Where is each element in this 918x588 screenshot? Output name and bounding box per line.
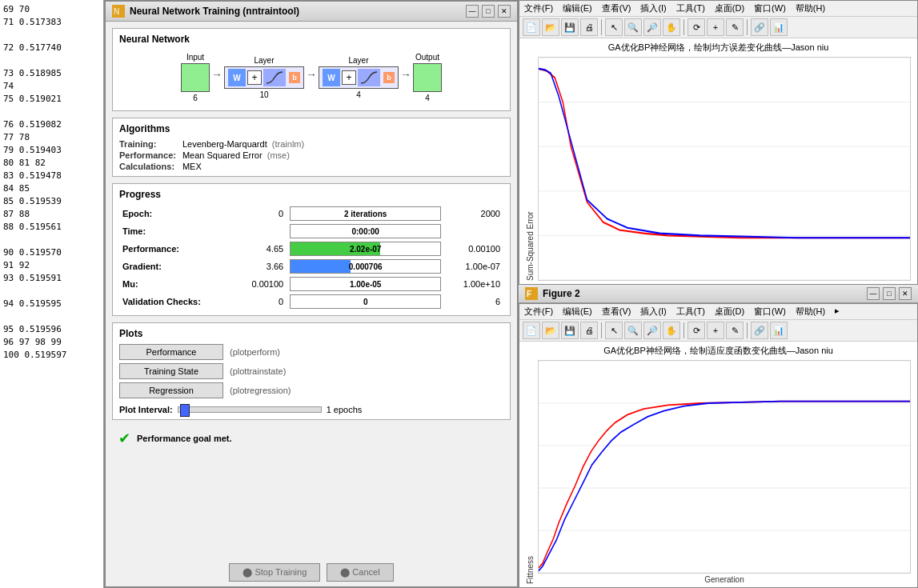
fig2-menu-view[interactable]: 查看(V) [602,306,631,318]
arrow1: → [211,68,222,87]
tb2-print[interactable]: 🖨 [580,322,598,339]
fig1-menu-tools[interactable]: 工具(T) [676,2,705,14]
cmd-line: 94 0.519595 [3,298,100,310]
cmd-line: 77 78 [3,131,100,144]
tb-data-cursor[interactable]: + [707,18,724,36]
layer1-num: 10 [259,90,268,99]
tb-plot[interactable]: 📊 [770,18,788,36]
tb2-plot[interactable]: 📊 [770,322,788,339]
validation-min: 0 [238,293,287,310]
cmd-line: 80 81 82 [3,157,100,170]
fig2-menu-tools[interactable]: 工具(T) [676,306,705,318]
fig1-menu-edit[interactable]: 编辑(E) [563,2,592,14]
figure2-minimize[interactable]: — [867,287,880,300]
fig1-menu-window[interactable]: 窗口(W) [754,2,786,14]
fig2-menu-insert[interactable]: 插入(I) [640,306,666,318]
tb2-zoom-out[interactable]: 🔎 [643,322,661,339]
figure1-menubar: 文件(F) 编辑(E) 查看(V) 插入(I) 工具(T) 桌面(D) 窗口(W… [519,1,917,17]
close-button[interactable]: ✕ [498,5,511,18]
tb2-link[interactable]: 🔗 [751,322,768,339]
figure2-close[interactable]: ✕ [899,287,912,300]
progress-title: Progress [119,189,503,200]
epoch-max: 2000 [444,205,503,222]
fig1-menu-insert[interactable]: 插入(I) [640,2,666,14]
fig1-menu-help[interactable]: 帮助(H) [796,2,825,14]
tb2-cursor[interactable]: + [707,322,724,339]
figure2-maximize[interactable]: □ [883,287,896,300]
tb-zoom-out[interactable]: 🔎 [643,18,661,36]
status-check-icon: ✔ [118,430,130,447]
fig2-menu-window[interactable]: 窗口(W) [754,306,786,318]
figure1-y-label: Sum-Squared Error [526,57,535,281]
window-controls: — □ ✕ [466,5,511,18]
tb-print[interactable]: 🖨 [580,18,598,36]
matlab-icon: N [112,5,125,18]
gradient-bar: 0.000706 [290,259,441,274]
fig1-menu-file[interactable]: 文件(F) [524,2,553,14]
tb-save[interactable]: 💾 [561,18,579,36]
layer1-activation [263,69,286,86]
figure1-heading: GA优化BP神经网络，绘制均方误差变化曲线—Jason niu [526,42,911,54]
tb2-brush[interactable]: ✎ [726,322,744,339]
plots-section: Plots Performance (plotperform) Training… [112,322,511,420]
figure2-x-label: Generation [538,575,911,584]
tb2-pan[interactable]: ✋ [663,322,680,339]
minimize-button[interactable]: — [466,5,479,18]
cmd-line: 72 0.517740 [3,42,100,54]
slider-thumb[interactable] [180,404,190,417]
sep1 [601,19,602,35]
tb-brush[interactable]: ✎ [726,18,744,36]
tb2-zoom-in[interactable]: 🔍 [624,322,642,339]
time-bar: 0:00:00 [290,224,441,238]
cmd-line: 74 [3,80,100,93]
tb-rotate[interactable]: ⟳ [687,18,705,36]
tb-pan[interactable]: ✋ [663,18,680,36]
performance-plot-button[interactable]: Performance [119,344,223,360]
epoch-bar: 2 iterations [290,206,441,221]
fig1-menu-view[interactable]: 查看(V) [602,2,631,14]
arrow2: → [306,68,317,87]
plots-grid: Performance (plotperform) Training State… [119,344,503,414]
stop-training-button[interactable]: ⬤ Stop Training [229,563,320,582]
performance-plot-row: Performance (plotperform) [119,344,503,360]
fig2-menu-more[interactable]: ▸ [835,306,840,318]
progress-table: Epoch: 0 2 iterations 2000 Time: 0:00:00 [119,205,503,310]
figure1-chart-area: Sum-Squared Error 0 [526,57,911,281]
tb2-rotate[interactable]: ⟳ [687,322,705,339]
time-value: 0:00:00 [351,227,379,236]
tb2-pointer[interactable]: ↖ [605,322,623,339]
layer1-b: b [289,72,300,83]
fig2-menu-file[interactable]: 文件(F) [524,306,553,318]
plot-interval-slider[interactable] [178,406,322,413]
maximize-button[interactable]: □ [482,5,495,18]
regression-plot-button[interactable]: Regression [119,382,223,398]
gradient-row: Gradient: 3.66 0.000706 1.00e-07 [119,258,503,275]
tb2-new[interactable]: 📄 [523,322,540,339]
fig1-menu-desktop[interactable]: 桌面(D) [715,2,744,14]
cmd-line: 73 0.518985 [3,67,100,80]
performance-bar: 2.02e-07 [290,242,441,256]
tb-new[interactable]: 📄 [523,18,540,36]
tb-link[interactable]: 🔗 [751,18,768,36]
tb-pointer[interactable]: ↖ [605,18,623,36]
mu-bar-cell: 1.00e-05 [287,275,444,293]
validation-label: Validation Checks: [119,293,238,310]
tb2-open[interactable]: 📂 [542,322,559,339]
validation-value: 0 [363,298,368,306]
fig2-menu-help[interactable]: 帮助(H) [796,306,825,318]
fig2-menu-edit[interactable]: 编辑(E) [563,306,592,318]
fig2-menu-desktop[interactable]: 桌面(D) [715,306,744,318]
layer2-num: 4 [356,90,361,99]
layer1-label: Layer [254,56,274,65]
validation-bar-cell: 0 [287,293,444,310]
tb-zoom-in[interactable]: 🔍 [624,18,642,36]
training-state-plot-button[interactable]: Training State [119,363,223,379]
tb2-save[interactable]: 💾 [561,322,579,339]
status-bar: ✔ Performance goal met. [112,426,511,450]
cmd-line: 87 88 [3,208,100,221]
bottom-buttons: ⬤ Stop Training ⬤ Cancel [106,558,517,586]
cancel-button[interactable]: ⬤ Cancel [327,563,393,582]
tb-open[interactable]: 📂 [542,18,559,36]
output-box: Output 4 [413,53,442,102]
sep3 [747,19,748,35]
